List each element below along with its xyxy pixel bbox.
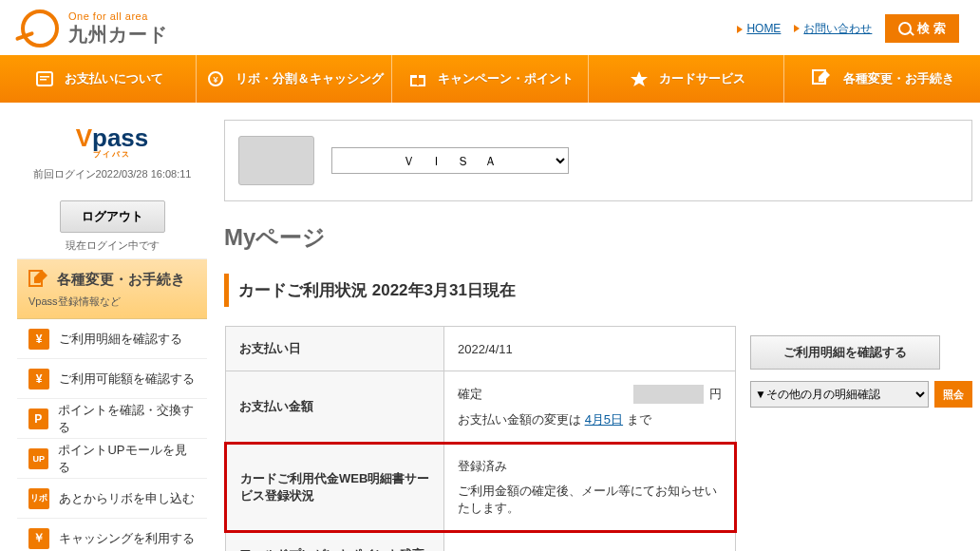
card-image	[238, 136, 314, 185]
yen-icon: ¥	[28, 369, 49, 390]
svg-rect-2	[40, 79, 47, 81]
row-pay-date: お支払い日 2022/4/11	[226, 327, 736, 371]
card-selector-bar: Ｖ Ｉ Ｓ Ａ	[224, 120, 972, 201]
svg-marker-8	[631, 71, 648, 86]
yen-unit: 円	[709, 386, 722, 403]
points-cell: ポイント	[444, 532, 736, 552]
sidebar-item-meisai[interactable]: ¥ ご利用明細を確認する	[17, 319, 207, 359]
web-meisai-note: ご利用金額の確定後、メール等にてお知らせいたします。	[458, 483, 721, 517]
pay-date-value: 2022/4/11	[444, 327, 736, 371]
gnav-change-procedure[interactable]: 各種変更・お手続き	[784, 55, 980, 103]
sidebar-item-available[interactable]: ¥ ご利用可能額を確認する	[17, 359, 207, 399]
contact-link[interactable]: お問い合わせ	[794, 21, 872, 37]
last-login: 前回ログイン2022/03/28 16:08:11	[17, 167, 207, 181]
check-meisai-button[interactable]: ご利用明細を確認する	[750, 335, 940, 370]
change-deadline-link[interactable]: 4月5日	[585, 412, 623, 427]
sidebar-item-cashing[interactable]: ￥ キャッシングを利用する	[17, 519, 207, 551]
row-points: ワールドプレゼントポイント残高（弊社発行カードの合計） ポイント	[226, 532, 736, 552]
brand-mark-icon	[21, 10, 59, 48]
main-content: Ｖ Ｉ Ｓ Ａ Myページ カードご利用状況 2022年3月31日現在 お支払い…	[224, 120, 972, 551]
page-title: Myページ	[224, 222, 972, 253]
revolving-icon: ¥	[203, 68, 228, 89]
brand-name: 九州カード	[68, 22, 168, 48]
logout-button[interactable]: ログアウト	[60, 200, 165, 233]
global-nav: お支払いについて ¥ リボ・分割＆キャッシング キャンペーン・ポイント カードサ…	[0, 55, 980, 103]
point-icon: P	[28, 408, 48, 429]
sidebar-change-header[interactable]: 各種変更・お手続き Vpass登録情報など	[17, 259, 207, 319]
svg-rect-7	[417, 75, 419, 86]
sidebar: Vpass ブイパス 前回ログイン2022/03/28 16:08:11 ログア…	[17, 120, 207, 551]
up-icon: UP	[28, 448, 48, 469]
usage-table: お支払い日 2022/4/11 お支払い金額 確定 円 お支払い金額の変更は 4	[224, 326, 737, 551]
web-meisai-value: 登録済み	[458, 458, 721, 475]
gnav-campaign[interactable]: キャンペーン・ポイント	[392, 55, 589, 103]
sidebar-item-point-mall[interactable]: UP ポイントUPモールを見る	[17, 439, 207, 479]
payment-icon	[32, 68, 57, 89]
row-web-meisai: カードご利用代金WEB明細書サービス登録状況 登録済み ご利用金額の確定後、メー…	[226, 444, 736, 532]
yen-icon: ¥	[28, 329, 49, 350]
pencil-icon	[811, 68, 836, 89]
search-button[interactable]: 検 索	[885, 14, 959, 43]
pay-date-label: お支払い日	[226, 327, 444, 371]
confirmed-label: 確定	[458, 386, 482, 403]
sidebar-item-later-revo[interactable]: リボ あとからリボを申し込む	[17, 479, 207, 519]
home-link[interactable]: HOME	[737, 22, 781, 35]
sidebar-menu: ¥ ご利用明細を確認する ¥ ご利用可能額を確認する P ポイントを確認・交換す…	[17, 319, 207, 551]
usage-actions: ご利用明細を確認する ▼その他の月の明細確認 照会 ポイントを交換する	[750, 326, 972, 551]
pencil-icon	[28, 269, 49, 291]
search-icon	[898, 22, 912, 35]
card-brand-select[interactable]: Ｖ Ｉ Ｓ Ａ	[331, 147, 569, 174]
arrow-icon	[737, 26, 743, 33]
change-prefix: お支払い金額の変更は	[458, 412, 585, 427]
points-label: ワールドプレゼントポイント残高（弊社発行カードの合計）	[226, 532, 444, 552]
sidebar-item-points[interactable]: P ポイントを確認・交換する	[17, 399, 207, 439]
header-links: HOME お問い合わせ 検 索	[737, 14, 959, 43]
web-meisai-label: カードご利用代金WEB明細書サービス登録状況	[226, 444, 444, 532]
pay-amount-label: お支払い金額	[226, 371, 444, 444]
login-status: 現在ログイン中です	[17, 238, 207, 253]
inquiry-button[interactable]: 照会	[934, 381, 972, 408]
brand-logo: One for all area 九州カード	[21, 10, 168, 48]
section-usage-heading: カードご利用状況 2022年3月31日現在	[224, 274, 972, 307]
svg-rect-1	[40, 76, 49, 78]
web-meisai-cell: 登録済み ご利用金額の確定後、メール等にてお知らせいたします。	[444, 444, 736, 532]
svg-text:¥: ¥	[214, 75, 218, 85]
row-pay-amount: お支払い金額 確定 円 お支払い金額の変更は 4月5日 まで	[226, 371, 736, 444]
header: One for all area 九州カード HOME お問い合わせ 検 索	[0, 0, 980, 55]
arrow-icon	[794, 25, 800, 32]
gnav-payment[interactable]: お支払いについて	[0, 55, 197, 103]
gnav-revolving[interactable]: ¥ リボ・分割＆キャッシング	[197, 55, 393, 103]
pay-amount-cell: 確定 円 お支払い金額の変更は 4月5日 まで	[444, 371, 736, 444]
other-month-select[interactable]: ▼その他の月の明細確認	[750, 381, 929, 408]
yen-icon: ￥	[28, 528, 49, 549]
change-suffix: まで	[623, 412, 651, 427]
revo-icon: リボ	[28, 488, 49, 509]
gnav-card-service[interactable]: カードサービス	[589, 55, 785, 103]
star-icon	[627, 68, 651, 89]
gift-icon	[405, 68, 430, 89]
brand-tagline: One for all area	[68, 10, 168, 22]
vpass-logo: Vpass ブイパス	[17, 124, 207, 160]
masked-amount	[633, 385, 704, 404]
